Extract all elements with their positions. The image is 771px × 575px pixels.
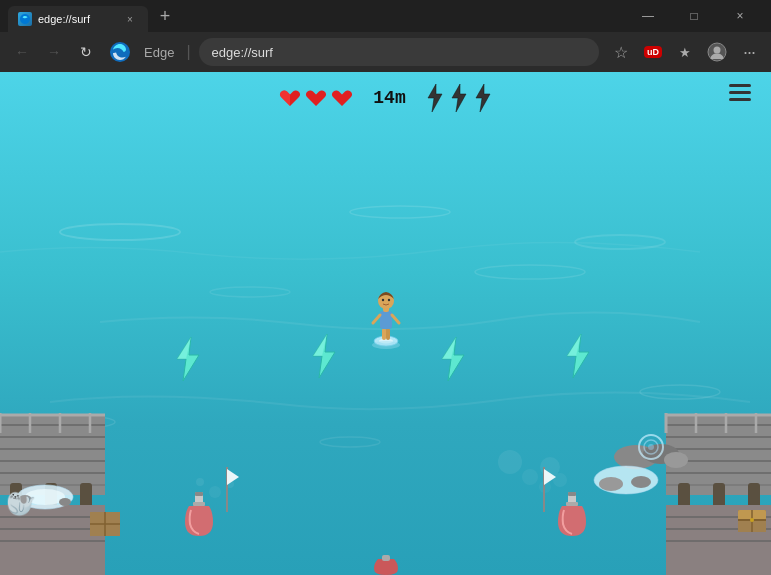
svg-point-11 xyxy=(498,450,522,474)
svg-marker-20 xyxy=(452,84,466,112)
address-text: edge://surf xyxy=(212,45,273,60)
ublock-badge: uD xyxy=(644,46,662,58)
refresh-button[interactable]: ↻ xyxy=(72,38,100,66)
seal-animal: 🦭 xyxy=(6,490,36,518)
svg-point-94 xyxy=(59,498,71,506)
svg-line-31 xyxy=(373,315,380,323)
powerup-bolt-4[interactable] xyxy=(562,334,594,382)
svg-marker-21 xyxy=(476,84,490,112)
svg-marker-113 xyxy=(544,469,556,485)
potion-left xyxy=(185,492,213,540)
svg-point-102 xyxy=(599,477,623,491)
svg-rect-106 xyxy=(195,492,203,496)
svg-rect-23 xyxy=(729,91,751,94)
svg-point-103 xyxy=(631,476,651,488)
lightning-hud xyxy=(426,84,492,112)
svg-point-35 xyxy=(381,299,383,301)
svg-rect-22 xyxy=(729,84,751,87)
potion-right xyxy=(558,492,586,540)
svg-point-3 xyxy=(60,224,180,240)
svg-rect-24 xyxy=(729,98,751,101)
svg-point-6 xyxy=(210,287,290,297)
potion-bottom xyxy=(374,555,398,575)
maximize-button[interactable]: □ xyxy=(671,0,717,32)
active-tab[interactable]: edge://surf × xyxy=(8,6,148,32)
edge-logo xyxy=(108,40,132,64)
svg-rect-105 xyxy=(193,502,205,506)
game-menu-button[interactable] xyxy=(729,84,751,107)
profile-button[interactable] xyxy=(703,38,731,66)
svg-point-2 xyxy=(714,47,721,54)
svg-line-32 xyxy=(392,315,399,323)
svg-point-36 xyxy=(387,299,389,301)
favorites-button[interactable]: ☆ xyxy=(607,38,635,66)
collections-button[interactable]: ★ xyxy=(671,38,699,66)
new-tab-button[interactable]: + xyxy=(152,3,178,29)
svg-rect-29 xyxy=(386,328,390,340)
player-character xyxy=(368,283,404,343)
ublock-button[interactable]: uD xyxy=(639,38,667,66)
distance-display: 14m xyxy=(373,88,405,108)
edge-label: Edge xyxy=(144,45,174,60)
heart-3 xyxy=(331,88,353,108)
more-button[interactable]: ··· xyxy=(735,38,763,66)
svg-rect-28 xyxy=(382,328,386,340)
surfer-svg xyxy=(368,283,404,353)
hud: 14m xyxy=(0,84,771,112)
svg-rect-111 xyxy=(568,492,576,496)
navbar: ← → ↻ Edge | edge://surf ☆ uD ★ ··· xyxy=(0,32,771,72)
tab-favicon xyxy=(18,12,32,26)
powerup-bolt-3[interactable] xyxy=(437,337,469,385)
flag-right xyxy=(532,467,556,513)
hud-bolt-1 xyxy=(426,84,444,112)
svg-rect-110 xyxy=(566,502,578,506)
heart-1 xyxy=(279,88,301,108)
svg-rect-114 xyxy=(382,555,390,561)
hud-bolt-3 xyxy=(474,84,492,112)
svg-point-7 xyxy=(475,265,585,279)
address-separator: | xyxy=(186,43,190,61)
svg-point-27 xyxy=(372,341,400,349)
left-dock xyxy=(0,365,108,575)
hearts-container xyxy=(279,88,353,108)
svg-marker-19 xyxy=(428,84,442,112)
svg-point-10 xyxy=(320,437,380,447)
forward-button[interactable]: → xyxy=(40,38,68,66)
svg-point-16 xyxy=(196,478,204,486)
powerup-bolt-1[interactable] xyxy=(172,337,204,385)
address-bar[interactable]: edge://surf xyxy=(199,38,599,66)
tab-title: edge://surf xyxy=(38,13,118,25)
svg-point-97 xyxy=(664,452,688,468)
tab-close-btn[interactable]: × xyxy=(122,11,138,27)
nav-actions: ☆ uD ★ ··· xyxy=(607,38,763,66)
chest-right xyxy=(738,510,766,532)
back-button[interactable]: ← xyxy=(8,38,36,66)
powerup-bolt-2[interactable] xyxy=(308,334,340,382)
svg-rect-30 xyxy=(380,311,392,329)
tab-area: edge://surf × + xyxy=(8,0,625,32)
close-button[interactable]: × xyxy=(717,0,763,32)
flag-left xyxy=(215,467,239,513)
svg-point-100 xyxy=(648,444,654,450)
svg-point-4 xyxy=(350,206,450,218)
titlebar: edge://surf × + — □ × xyxy=(0,0,771,32)
heart-2 xyxy=(305,88,327,108)
crate-left xyxy=(90,512,120,536)
minimize-button[interactable]: — xyxy=(625,0,671,32)
svg-marker-108 xyxy=(227,469,239,485)
hud-bolt-2 xyxy=(450,84,468,112)
ice-rocks-right xyxy=(591,452,661,497)
window-controls: — □ × xyxy=(625,0,763,32)
svg-point-90 xyxy=(750,518,754,522)
game-area[interactable]: 14m xyxy=(0,72,771,575)
